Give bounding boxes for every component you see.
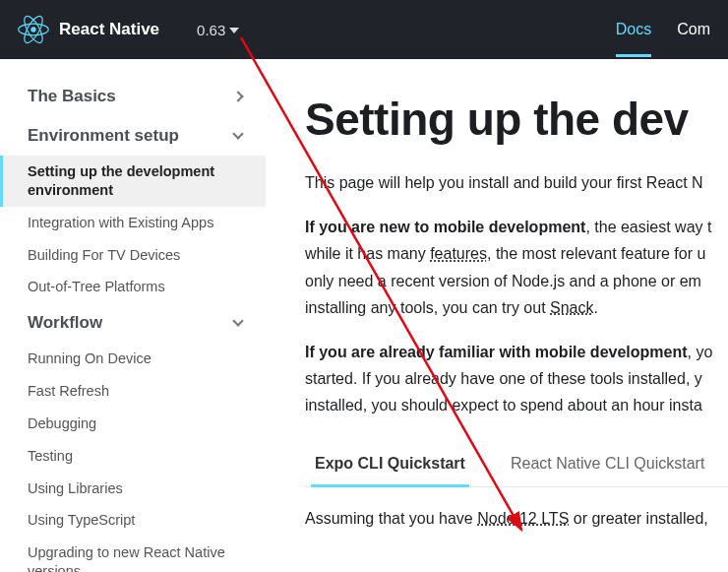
intro-paragraph: This page will help you install and buil… <box>305 169 728 196</box>
top-nav-links: Docs Com <box>616 3 710 57</box>
sidebar-item-testing[interactable]: Testing <box>0 440 266 473</box>
chevron-down-icon <box>232 128 243 139</box>
sidebar-item-debugging[interactable]: Debugging <box>0 408 266 440</box>
sidebar-item-tv-devices[interactable]: Building For TV Devices <box>0 239 266 272</box>
nav-community[interactable]: Com <box>677 3 710 57</box>
sidebar-group-basics[interactable]: The Basics <box>0 77 266 116</box>
sidebar-group-env-setup[interactable]: Environment setup <box>0 116 266 156</box>
sidebar-item-integration[interactable]: Integration with Existing Apps <box>0 207 266 239</box>
sidebar-item-out-of-tree[interactable]: Out-of-Tree Platforms <box>0 271 266 303</box>
chevron-down-icon <box>232 316 243 327</box>
nav-docs[interactable]: Docs <box>616 3 651 57</box>
sidebar: The Basics Environment setup Setting up … <box>0 59 266 572</box>
tab-expo-cli[interactable]: Expo CLI Quickstart <box>311 445 469 487</box>
content: Setting up the dev This page will help y… <box>266 59 728 572</box>
caret-down-icon <box>229 28 239 33</box>
link-features[interactable]: features <box>430 245 487 262</box>
brand-text: React Native <box>59 20 159 39</box>
brand[interactable]: React Native <box>18 14 159 45</box>
sidebar-item-using-libraries[interactable]: Using Libraries <box>0 473 266 505</box>
version-dropdown[interactable]: 0.63 <box>197 22 239 38</box>
react-logo-icon <box>18 14 49 45</box>
top-navbar: React Native 0.63 Docs Com <box>0 0 728 59</box>
paragraph-new-to-mobile: If you are new to mobile development, th… <box>305 214 728 321</box>
paragraph-node-assumption: Assuming that you have Node 12 LTS or gr… <box>305 505 728 532</box>
sidebar-item-fast-refresh[interactable]: Fast Refresh <box>0 375 266 408</box>
sidebar-item-setup-dev-env[interactable]: Setting up the development environment <box>0 156 266 207</box>
chevron-right-icon <box>232 91 243 101</box>
sidebar-item-upgrading[interactable]: Upgrading to new React Native versions <box>0 537 266 572</box>
sidebar-item-running-on-device[interactable]: Running On Device <box>0 343 266 375</box>
tab-rn-cli[interactable]: React Native CLI Quickstart <box>507 445 708 487</box>
link-node-12-lts[interactable]: Node 12 LTS <box>477 510 569 527</box>
svg-point-3 <box>30 27 35 32</box>
link-snack[interactable]: Snack <box>550 299 593 316</box>
version-label: 0.63 <box>197 22 225 38</box>
sidebar-item-using-typescript[interactable]: Using TypeScript <box>0 504 266 537</box>
sidebar-group-workflow[interactable]: Workflow <box>0 303 266 343</box>
paragraph-already-familiar: If you are already familiar with mobile … <box>305 339 728 419</box>
quickstart-tabs: Expo CLI Quickstart React Native CLI Qui… <box>305 445 728 487</box>
page-title: Setting up the dev <box>305 93 728 146</box>
